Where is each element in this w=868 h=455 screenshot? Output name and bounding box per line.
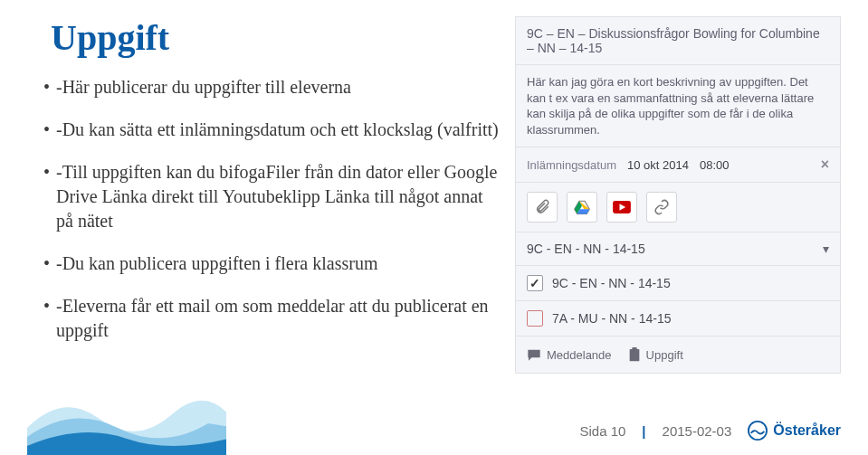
- svg-rect-4: [632, 347, 636, 350]
- drive-icon: [574, 199, 590, 215]
- meddelande-label: Meddelande: [547, 348, 612, 362]
- panel-footer: Meddelande Uppgift: [516, 337, 840, 373]
- checkbox-checked[interactable]: [527, 275, 543, 291]
- youtube-button[interactable]: [606, 192, 637, 223]
- footer-separator: |: [642, 423, 645, 439]
- link-button[interactable]: [646, 192, 677, 223]
- attachment-icons-row: [516, 183, 840, 232]
- class-option-label: 7A - MU - NN - 14-15: [552, 311, 671, 326]
- panel-header-text: 9C – EN – Diskussionsfrågor Bowling for …: [527, 26, 829, 55]
- footer-date: 2015-02-03: [663, 423, 732, 439]
- due-time-value[interactable]: 08:00: [700, 158, 730, 172]
- bullet-text: -Du kan publicera uppgiften i flera klas…: [56, 253, 377, 273]
- bullet-item: -Till uppgiften kan du bifogaFiler från …: [43, 160, 499, 233]
- class-option-label: 9C - EN - NN - 14-15: [552, 276, 671, 290]
- due-date-label: Inlämningsdatum: [527, 158, 616, 172]
- footer-page: Sida 10: [579, 423, 625, 439]
- panel-description: Här kan jag göra en kort beskrivning av …: [516, 65, 840, 147]
- wave-icon: [27, 374, 226, 455]
- link-icon: [653, 199, 670, 215]
- svg-rect-3: [629, 349, 639, 361]
- brand-name: Österåker: [773, 422, 841, 439]
- youtube-icon: [613, 201, 631, 213]
- bullet-list: -Här publicerar du uppgifter till elever…: [43, 75, 499, 343]
- content-row: Uppgift -Här publicerar du uppgifter til…: [43, 16, 841, 374]
- class-option-row[interactable]: 9C - EN - NN - 14-15: [516, 266, 840, 301]
- due-date-value[interactable]: 10 okt 2014: [627, 158, 689, 172]
- page-title: Uppgift: [43, 16, 499, 59]
- class-dropdown[interactable]: 9C - EN - NN - 14-15 ▾: [516, 232, 840, 266]
- bullet-item: -Du kan sätta ett inlämningsdatum och et…: [43, 118, 499, 142]
- slide: Uppgift -Här publicerar du uppgifter til…: [0, 0, 868, 455]
- bullet-text: -Här publicerar du uppgifter till elever…: [56, 77, 351, 97]
- clear-date-button[interactable]: ×: [821, 156, 829, 173]
- brand-mark-icon: [748, 421, 768, 441]
- bullet-text: -Du kan sätta ett inlämningsdatum och et…: [56, 119, 499, 139]
- paperclip-icon: [534, 199, 550, 215]
- bullet-item: -Du kan publicera uppgiften i flera klas…: [43, 251, 499, 276]
- bullet-text: -Eleverna får ett mail om som meddelar a…: [56, 296, 489, 340]
- panel-description-text: Här kan jag göra en kort beskrivning av …: [527, 74, 829, 137]
- panel-header: 9C – EN – Diskussionsfrågor Bowling for …: [516, 17, 840, 65]
- bullet-text: -Till uppgiften kan du bifogaFiler från …: [56, 162, 498, 231]
- assignment-panel: 9C – EN – Diskussionsfrågor Bowling for …: [515, 16, 841, 374]
- brand-logo: Österåker: [748, 421, 841, 441]
- meddelande-button[interactable]: Meddelande: [527, 348, 612, 362]
- footer-page-label: Sida: [579, 423, 606, 439]
- class-dropdown-label: 9C - EN - NN - 14-15: [527, 242, 645, 256]
- class-option-row[interactable]: 7A - MU - NN - 14-15: [516, 301, 840, 337]
- attach-file-button[interactable]: [527, 192, 558, 223]
- bullet-item: -Eleverna får ett mail om som meddelar a…: [43, 294, 499, 343]
- svg-point-5: [749, 422, 767, 440]
- drive-button[interactable]: [567, 192, 597, 223]
- bullet-item: -Här publicerar du uppgifter till elever…: [43, 75, 499, 100]
- checkbox-unchecked[interactable]: [527, 310, 543, 327]
- uppgift-button[interactable]: Uppgift: [628, 347, 683, 362]
- due-date-row: Inlämningsdatum 10 okt 2014 08:00 ×: [516, 147, 840, 183]
- slide-footer: Sida 10 | 2015-02-03 Österåker: [579, 421, 841, 441]
- wave-decoration: [27, 374, 226, 455]
- left-column: Uppgift -Här publicerar du uppgifter til…: [43, 16, 499, 374]
- clipboard-icon: [628, 347, 641, 362]
- uppgift-label: Uppgift: [646, 348, 683, 362]
- footer-page-num: 10: [611, 423, 626, 439]
- chevron-down-icon: ▾: [823, 242, 829, 256]
- message-icon: [527, 348, 541, 361]
